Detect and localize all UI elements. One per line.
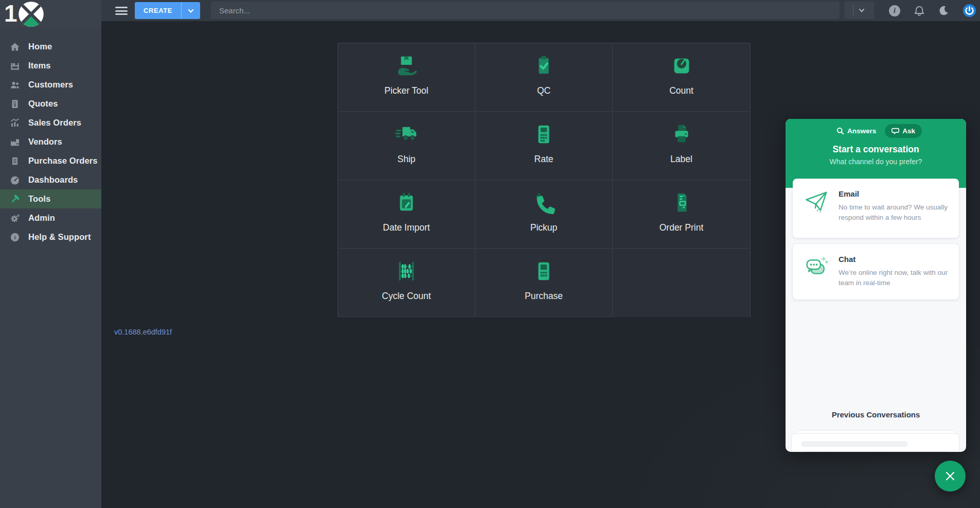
sidebar-item-items[interactable]: Items (0, 56, 101, 75)
sidebar-item-customers[interactable]: Customers (0, 75, 101, 94)
create-dropdown-caret[interactable] (181, 2, 200, 19)
tab-answers[interactable]: Answers (830, 124, 883, 138)
tools-hammer-icon (9, 194, 21, 204)
sidebar-item-label: Dashboards (28, 175, 78, 185)
support-chat-widget: Answers Ask Start a conversation What ch… (786, 119, 966, 452)
search-input[interactable] (211, 2, 840, 19)
tool-card-empty (613, 249, 750, 317)
sidebar-item-quotes[interactable]: $ Quotes (0, 94, 101, 113)
sidebar-item-label: Vendors (28, 137, 62, 147)
tool-card-picker-tool[interactable]: Picker Tool (338, 43, 475, 112)
tool-label: Date Import (383, 222, 430, 233)
tab-ask[interactable]: Ask (885, 124, 922, 138)
create-button[interactable]: CREATE (135, 2, 181, 19)
tool-card-purchase[interactable]: Purchase (475, 249, 613, 317)
items-rack-icon (9, 61, 21, 71)
sidebar-item-admin[interactable]: Admin (0, 208, 101, 227)
tool-label: Count (669, 85, 693, 96)
pickup-phone-plus-icon (532, 191, 556, 215)
chat-channel-cards: Email No time to wait around? We usually… (786, 179, 966, 300)
channel-title: Chat (839, 255, 951, 264)
chat-close-fab[interactable] (935, 461, 966, 492)
sales-orders-chart-icon (9, 118, 21, 128)
order-print-receipt-icon (670, 191, 693, 215)
skeleton-bar (801, 451, 950, 452)
tool-label: Order Print (660, 222, 704, 233)
chevron-down-icon (858, 7, 865, 14)
tab-label: Answers (847, 127, 876, 135)
picker-tool-icon (395, 54, 418, 78)
divider (853, 5, 853, 15)
tool-label: Ship (397, 154, 415, 165)
count-scale-icon (670, 54, 693, 78)
tool-label: QC (537, 85, 550, 96)
sidebar-item-label: Customers (28, 80, 73, 90)
tab-label: Ask (902, 127, 915, 135)
channel-card-chat[interactable]: Chat We’re online right now, talk with o… (793, 244, 959, 300)
skeleton-bar (801, 441, 907, 447)
conversation-card[interactable] (791, 433, 959, 452)
tool-card-ship[interactable]: Ship (338, 112, 475, 180)
tool-card-qc[interactable]: QC (475, 43, 613, 112)
tool-card-pickup[interactable]: Pickup (475, 180, 613, 249)
sidebar-item-label: Home (28, 42, 52, 51)
sidebar-item-sales-orders[interactable]: Sales Orders (0, 113, 101, 132)
sidebar-item-tools[interactable]: Tools (0, 189, 101, 208)
search-magnifier-icon (836, 127, 844, 135)
tool-card-count[interactable]: Count (613, 43, 750, 112)
sidebar-item-label: Admin (28, 213, 55, 223)
chat-header: Answers Ask Start a conversation What ch… (786, 119, 966, 188)
version-link[interactable]: v0.1688.e6dfd91f (114, 328, 172, 336)
channel-description: No time to wait around? We usually respo… (839, 202, 951, 222)
app-logo[interactable]: 1 (0, 0, 101, 27)
tool-card-rate[interactable]: Rate (475, 112, 613, 180)
logo-text: 1 (4, 0, 16, 27)
sidebar-item-label: Tools (28, 194, 50, 204)
tool-card-cycle-count[interactable]: Cycle Count (338, 249, 475, 317)
sidebar-item-vendors[interactable]: Vendors (0, 132, 101, 151)
tools-grid: Picker Tool QC Count Ship Rate (337, 43, 751, 317)
vendors-factory-icon (9, 137, 21, 147)
tool-label: Pickup (530, 222, 558, 233)
sidebar-item-label: Help & Support (28, 232, 91, 242)
sidebar-item-dashboards[interactable]: Dashboards (0, 170, 101, 189)
chat-subtitle: What channel do you prefer? (786, 157, 966, 166)
paper-plane-icon (802, 189, 832, 238)
home-icon (9, 42, 21, 52)
cycle-count-abacus-icon (395, 259, 418, 283)
sidebar-item-home[interactable]: Home (0, 37, 101, 56)
topbar-actions: i (889, 0, 976, 21)
tool-card-date-import[interactable]: Date Import (338, 180, 475, 249)
purchase-orders-receipt-icon (9, 156, 21, 166)
sidebar-item-label: Sales Orders (28, 118, 81, 128)
chat-title: Start a conversation (786, 144, 966, 155)
channel-card-email[interactable]: Email No time to wait around? We usually… (793, 179, 959, 238)
logout-power-icon[interactable] (963, 4, 976, 17)
ask-speech-bubble-icon (892, 127, 899, 135)
info-icon[interactable]: i (889, 5, 900, 16)
search-scope-dropdown[interactable] (844, 2, 874, 19)
app-root: i 1 (0, 0, 980, 508)
purchase-calculator-icon (532, 259, 556, 283)
date-import-calendar-icon (395, 191, 418, 215)
sidebar-item-purchase-orders[interactable]: Purchase Orders (0, 151, 101, 170)
customers-users-icon (9, 80, 21, 90)
tool-label: Cycle Count (382, 291, 431, 302)
tool-card-order-print[interactable]: Order Print (613, 180, 750, 249)
rate-calculator-icon (532, 122, 556, 146)
channel-text: Chat We’re online right now, talk with o… (839, 255, 951, 300)
chat-bubbles-icon (802, 255, 832, 300)
quotes-invoice-icon: $ (9, 99, 21, 109)
ship-truck-icon (395, 122, 418, 146)
tool-card-label[interactable]: Label (613, 112, 750, 180)
svg-text:$: $ (14, 102, 16, 108)
logo-x-circle-icon (17, 1, 45, 28)
notifications-bell-icon[interactable] (914, 5, 925, 16)
global-search (211, 2, 840, 19)
menu-hamburger-icon[interactable] (115, 7, 128, 15)
dashboards-gauge-icon (9, 175, 21, 185)
dark-mode-moon-icon[interactable] (938, 5, 949, 16)
tool-label: Picker Tool (384, 85, 428, 96)
sidebar-item-help-support[interactable]: i Help & Support (0, 227, 101, 247)
tool-label: Rate (534, 154, 554, 165)
